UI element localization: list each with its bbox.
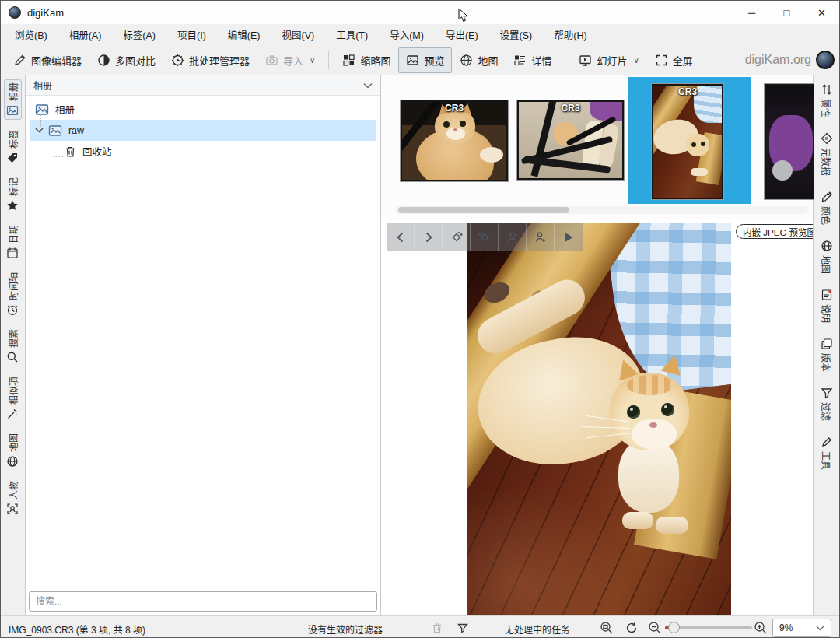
map-view-button[interactable]: 地图 [452, 47, 506, 73]
close-button[interactable]: ✕ [804, 1, 839, 24]
title-bar[interactable]: digiKam ─ □ ✕ [1, 1, 839, 24]
expander-chevron-icon[interactable] [35, 128, 44, 133]
thumb4-circle [772, 160, 793, 181]
tree-row-trash[interactable]: 回收站 [26, 141, 380, 162]
preview-view-button[interactable]: 预览 [398, 47, 452, 73]
menu-browse[interactable]: 浏览(B) [7, 24, 55, 45]
sidebar-tab-map[interactable]: 地图 [4, 430, 22, 471]
status-file-info: IMG_0903.CR3 (第 3 项, 共 8 项) [9, 622, 145, 636]
sidebar-tab-properties[interactable]: 属性 [817, 80, 835, 121]
sidebar-tab-people[interactable]: 人物 [4, 478, 22, 518]
app-window: digiKam ─ □ ✕ 浏览(B) 相册(A) 标签(A) 项目(I) 编辑… [0, 0, 840, 638]
tools-tab-label: 工具 [820, 451, 833, 470]
sidebar-tab-tags[interactable]: 标签 [4, 127, 22, 167]
sidebar-tab-search[interactable]: 搜索 [4, 326, 22, 366]
play-icon [562, 230, 576, 244]
sidebar-tab-albums[interactable]: 相册 [4, 79, 22, 120]
preview-photo[interactable] [467, 223, 731, 615]
sidebar-tab-map[interactable]: 地图 [817, 237, 835, 277]
pencil-icon [13, 54, 26, 67]
light-table-button[interactable]: 多图对比 [89, 47, 163, 73]
album-panel-header[interactable]: 相册 [26, 75, 380, 96]
thumbnail-1[interactable]: CR3 [401, 100, 508, 181]
zoom-out-icon[interactable] [648, 621, 662, 635]
rotate-right-button[interactable] [471, 223, 499, 251]
globe-icon [460, 54, 473, 67]
zoom-level-combobox[interactable]: 9% [772, 619, 831, 637]
sidebar-tab-dates[interactable]: 日期 [4, 222, 22, 262]
slideshow-play-button[interactable] [555, 223, 583, 251]
preview-pane[interactable]: 内嵌 JPEG 预览图 [381, 219, 813, 615]
sidebar-tab-timeline[interactable]: 时间轴 [4, 269, 22, 319]
sidebar-tab-similarity[interactable]: 相似项 [4, 373, 22, 423]
zoom-slider-handle[interactable] [668, 622, 680, 633]
thumbnail-scrollbar-thumb[interactable] [398, 207, 569, 213]
photo-cat-eye [661, 403, 674, 416]
zoom-100-refresh-icon[interactable] [625, 621, 639, 635]
show-face-tags-button[interactable] [499, 223, 527, 251]
menu-import[interactable]: 导入(M) [382, 24, 432, 45]
camera-icon [265, 54, 278, 67]
thumbnail-scrollbar-track[interactable] [395, 206, 808, 214]
format-badge: CR3 [519, 103, 622, 114]
zoom-in-icon[interactable] [754, 621, 768, 635]
menu-album[interactable]: 相册(A) [61, 24, 110, 45]
status-filter-info: 没有生效的过滤器 [308, 622, 383, 636]
sidebar-tab-colors[interactable]: 颜色 [817, 188, 835, 228]
left-sidebar-tabbar: 相册 标签 标记 日期 时间轴 搜索 [1, 75, 26, 615]
status-bar: IMG_0903.CR3 (第 3 项, 共 8 项) 没有生效的过滤器 无处理… [1, 615, 839, 638]
thumb3-cat-paw [691, 168, 708, 176]
fullscreen-button[interactable]: 全屏 [647, 47, 701, 73]
next-image-button[interactable] [415, 223, 443, 251]
sidebar-tab-metadata[interactable]: 元数据 [817, 129, 835, 179]
menu-item[interactable]: 项目(I) [170, 24, 214, 45]
versions-icon [821, 338, 833, 350]
tree-connector [40, 114, 41, 133]
menu-export[interactable]: 导出(E) [438, 24, 486, 45]
colors-tab-label: 颜色 [820, 206, 833, 225]
preview-view-label: 预览 [424, 53, 444, 68]
menu-view[interactable]: 视图(V) [275, 24, 323, 45]
filters-tab-label: 过滤 [820, 402, 833, 421]
batch-queue-button[interactable]: 批处理管理器 [163, 47, 257, 73]
slideshow-icon [579, 54, 592, 67]
filter-funnel-icon[interactable] [457, 622, 469, 634]
thumbnail-4-partial[interactable] [765, 84, 814, 199]
menu-settings[interactable]: 设置(S) [492, 24, 541, 45]
album-icon [48, 124, 62, 137]
image-editor-button[interactable]: 图像编辑器 [5, 47, 89, 73]
tree-connector [54, 136, 54, 156]
previous-image-button[interactable] [387, 223, 415, 251]
sidebar-tab-captions[interactable]: 说明 [817, 286, 835, 326]
maximize-button[interactable]: □ [769, 1, 804, 24]
tree-row-raw[interactable]: raw [30, 120, 376, 141]
chevron-down-icon: ∨ [310, 56, 315, 65]
brand-area: digiKam.org [745, 51, 835, 69]
sidebar-tab-versions[interactable]: 版本 [817, 335, 835, 375]
menu-help[interactable]: 帮助(H) [546, 24, 594, 45]
details-view-button[interactable]: 详情 [506, 47, 559, 73]
collapse-chevron-icon[interactable] [363, 82, 373, 89]
album-search-input[interactable] [29, 591, 377, 612]
rotate-left-button[interactable] [443, 223, 471, 251]
thumbnail-2[interactable]: CR3 [517, 100, 624, 180]
sidebar-tab-filters[interactable]: 过滤 [817, 384, 835, 424]
sidebar-tab-labels[interactable]: 标记 [4, 174, 22, 215]
slideshow-button[interactable]: 幻灯片 ∨ [571, 47, 646, 73]
labels-tab-label: 标记 [6, 177, 19, 196]
tree-row-albums-root[interactable]: 相册 [26, 99, 380, 120]
grid-icon [342, 54, 355, 67]
tags-tab-label: 标签 [6, 130, 19, 149]
menu-edit[interactable]: 编辑(E) [220, 24, 268, 45]
menu-tag[interactable]: 标签(A) [115, 24, 163, 45]
zoom-fit-icon[interactable] [600, 621, 614, 635]
thumbnail-3[interactable]: CR3 [652, 84, 723, 199]
thumbnail-3-selection[interactable]: CR3 [628, 77, 751, 204]
sidebar-tab-tools[interactable]: 工具 [817, 433, 835, 473]
search-tab-label: 搜索 [6, 329, 19, 348]
minimize-button[interactable]: ─ [734, 1, 769, 24]
menu-tools[interactable]: 工具(T) [328, 24, 376, 45]
main-toolbar: 图像编辑器 多图对比 批处理管理器 导入 ∨ 缩略图 预览 地图 [1, 45, 839, 75]
thumbnails-view-button[interactable]: 缩略图 [334, 47, 398, 73]
add-face-tag-button[interactable] [527, 223, 555, 251]
